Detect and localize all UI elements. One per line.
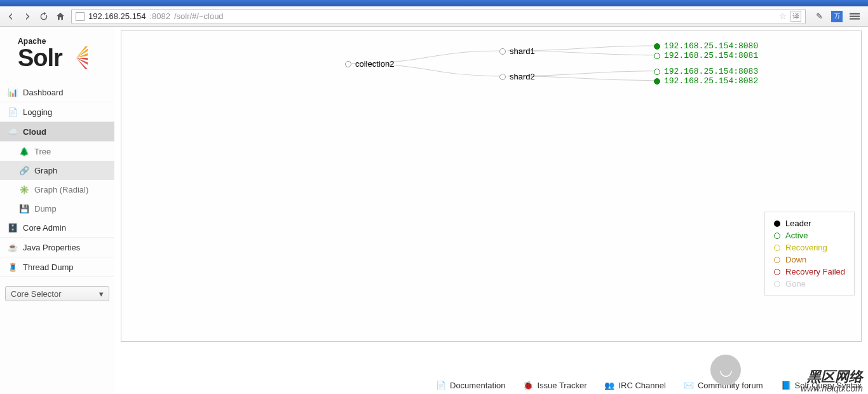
reload-button[interactable] [38,11,50,22]
nav-thread-dump[interactable]: 🧵 Thread Dump [0,257,114,277]
footer-query-syntax[interactable]: 📘Solr Query Syntax [781,381,862,390]
watermark-logo-icon: ◡ [710,355,741,385]
footer-irc[interactable]: 👥IRC Channel [604,381,665,390]
active-circle-icon [654,69,660,75]
footer-links: 📄Documentation 🐞Issue Tracker 👥IRC Chann… [436,381,862,390]
active-circle-icon [654,53,660,59]
leader-circle-icon [654,43,660,50]
nav-label: Core Admin [23,223,66,233]
replica-label: 192.168.25.154:8081 [664,51,758,60]
nav-cloud-graph-radial[interactable]: ✳️ Graph (Radial) [0,180,114,199]
nav-label: Java Properties [23,243,80,252]
url-host: 192.168.25.154 [88,11,146,21]
legend-leader: Leader [774,217,845,229]
graph-icon: 🔗 [19,165,29,175]
tree-icon: 🌲 [19,146,29,156]
users-icon: 👥 [604,381,614,390]
legend-label: Down [785,255,806,264]
svg-rect-2 [850,18,860,19]
thread-dump-icon: 🧵 [8,262,18,272]
graph-node-shard1[interactable]: shard1 [499,46,535,56]
home-button[interactable] [55,11,66,22]
node-label: shard1 [510,46,535,56]
graph-radial-icon: ✳️ [19,184,29,194]
nav-label: Thread Dump [23,262,73,272]
nav-core-admin[interactable]: 🗄️ Core Admin [0,218,114,238]
nav-cloud-dump[interactable]: 💾 Dump [0,199,114,218]
nav-logging[interactable]: 📄 Logging [0,102,114,122]
mail-icon: ✉️ [684,381,694,390]
menu-icon[interactable] [849,11,860,22]
nav-label: Logging [23,107,52,117]
graph-replica-s2r1[interactable]: 192.168.25.154:8083 [654,67,758,76]
legend-label: Recovering [785,243,827,252]
book-icon: 📘 [781,381,791,390]
logo-text: Solr [18,46,62,70]
nav-cloud[interactable]: ☁️ Cloud [0,122,114,142]
nav-label: Graph (Radial) [34,185,88,194]
node-circle-icon [499,48,506,55]
proxy-ext-icon[interactable]: 万 [831,11,843,22]
cloud-icon: ☁️ [8,126,18,137]
core-selector-dropdown[interactable]: Core Selector ▾ [5,286,109,301]
nav-label: Graph [34,166,57,175]
page-icon [76,12,85,21]
footer-issue-tracker[interactable]: 🐞Issue Tracker [523,381,587,390]
svg-rect-1 [850,15,860,17]
graph-replica-s1r1[interactable]: 192.168.25.154:8080 [654,41,758,51]
nav-label: Tree [34,147,51,156]
graph-node-collection[interactable]: collection2 [345,59,394,69]
node-circle-icon [499,74,506,80]
nav-cloud-tree[interactable]: 🌲 Tree [0,142,114,161]
legend: Leader Active Recovering Down Recovery F… [764,212,855,296]
java-icon: ☕ [8,242,18,252]
nav-dashboard[interactable]: 📊 Dashboard [0,83,114,102]
url-port: :8082 [149,11,170,21]
leader-circle-icon [654,78,660,85]
footer-label: Documentation [450,381,505,390]
translate-icon[interactable]: 译 [790,11,801,22]
core-selector-label: Core Selector [11,289,61,299]
nav-label: Dashboard [23,88,64,97]
nav-cloud-graph[interactable]: 🔗 Graph [0,161,114,180]
extension-icons: ✎ 万 [811,11,863,22]
legend-recovery-failed: Recovery Failed [774,266,845,278]
nav-label: Dump [34,204,57,214]
url-path: /solr/#/~cloud [174,11,224,21]
node-label: collection2 [355,59,394,69]
graph-replica-s1r2[interactable]: 192.168.25.154:8081 [654,51,758,60]
replica-label: 192.168.25.154:8083 [664,67,758,76]
footer-label: Issue Tracker [537,381,587,390]
logging-icon: 📄 [8,107,18,117]
dump-icon: 💾 [19,203,29,214]
chevron-down-icon: ▾ [99,289,104,299]
node-circle-icon [345,61,351,67]
back-button[interactable] [5,11,17,22]
address-bar[interactable]: 192.168.25.154:8082/solr/#/~cloud ☆ 译 [71,9,806,24]
nav-java-properties[interactable]: ☕ Java Properties [0,238,114,257]
legend-down: Down [774,254,845,266]
main-content: collection2 shard1 shard2 192.168.25.154… [114,27,868,394]
nav-label: Cloud [23,127,46,137]
doc-icon: 📄 [436,381,446,390]
evernote-icon[interactable]: ✎ [813,11,825,22]
svg-rect-0 [850,13,860,14]
solr-logo: Apache Solr [0,31,114,83]
bug-icon: 🐞 [523,381,533,390]
replica-label: 192.168.25.154:8080 [664,41,758,51]
cloud-graph-panel: collection2 shard1 shard2 192.168.25.154… [121,31,862,342]
graph-node-shard2[interactable]: shard2 [499,72,535,81]
footer-documentation[interactable]: 📄Documentation [436,381,505,390]
bookmark-star-icon[interactable]: ☆ [779,11,787,21]
browser-tab-strip [0,0,868,6]
core-admin-icon: 🗄️ [8,222,18,233]
graph-replica-s2r2[interactable]: 192.168.25.154:8082 [654,76,758,86]
legend-label: Recovery Failed [785,267,845,276]
node-label: shard2 [510,72,535,81]
legend-label: Active [785,231,808,240]
legend-gone: Gone [774,278,845,290]
dashboard-icon: 📊 [8,87,18,97]
forward-button[interactable] [22,11,33,22]
legend-label: Leader [785,219,811,228]
footer-label: IRC Channel [618,381,665,390]
